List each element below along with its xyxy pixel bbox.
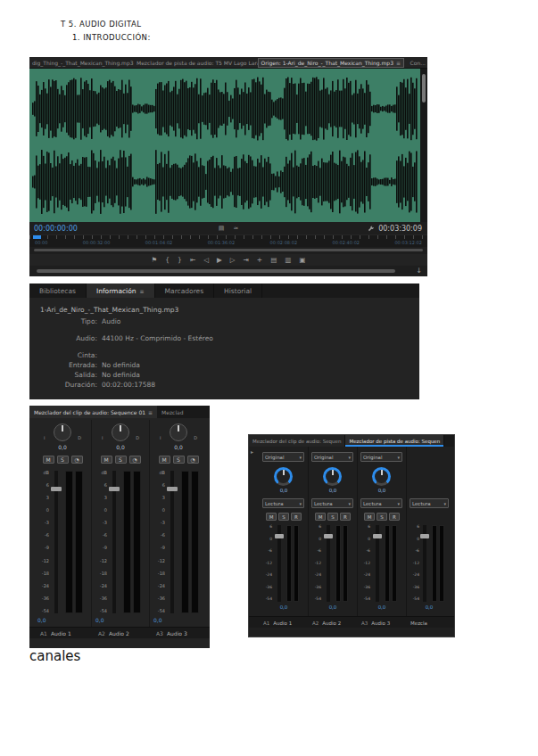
- timeline-ruler[interactable]: 00:0000:00:32:0000:01:04:0200:01:36:0200…: [29, 234, 427, 247]
- record-button[interactable]: R: [340, 513, 351, 521]
- fader-handle[interactable]: [324, 534, 333, 538]
- panel-menu-icon[interactable]: ≡: [396, 60, 401, 66]
- chevron-down-icon: ▾: [299, 455, 302, 460]
- transport-icon[interactable]: ◁: [203, 256, 209, 264]
- ruler-label: 00:02:08:02: [270, 240, 298, 245]
- tab-clip-mixer[interactable]: Mezclador del clip de audio: Sequen: [249, 435, 345, 447]
- transport-icon[interactable]: {: [165, 256, 170, 264]
- track-name: Audio 2: [322, 620, 341, 626]
- db-scale-label: 6: [417, 525, 419, 530]
- volume-fader[interactable]: [376, 525, 379, 602]
- keyframe-button[interactable]: ◔: [71, 456, 83, 464]
- pan-knob[interactable]: [170, 423, 187, 441]
- transport-icon[interactable]: ⇤: [190, 256, 195, 264]
- fader-handle[interactable]: [373, 534, 382, 538]
- fader-handle[interactable]: [167, 487, 178, 491]
- pan-knob[interactable]: [112, 423, 129, 441]
- pan-knob[interactable]: [372, 467, 391, 486]
- solo-button[interactable]: S: [115, 456, 127, 464]
- solo-button[interactable]: S: [173, 456, 185, 464]
- mute-button[interactable]: M: [159, 456, 170, 464]
- export-icon[interactable]: ↓: [416, 267, 422, 275]
- keyframe-button[interactable]: ◔: [129, 456, 141, 464]
- automation-mode-dropdown[interactable]: Lectura▾: [410, 498, 449, 508]
- mute-button[interactable]: M: [43, 456, 54, 464]
- fader-handle[interactable]: [51, 487, 62, 491]
- mute-button[interactable]: M: [364, 513, 375, 521]
- expand-effects-icon[interactable]: ▸: [251, 448, 253, 455]
- track-label[interactable]: A2Audio 2: [309, 617, 357, 629]
- tab-audio-track-mixer[interactable]: Mezclador de pista de audio: T5 MV Lago …: [137, 60, 273, 66]
- track-label[interactable]: A3Audio 3: [151, 628, 206, 639]
- solo-button[interactable]: S: [377, 513, 387, 521]
- transport-icon[interactable]: }: [178, 256, 182, 264]
- automation-mode-dropdown[interactable]: Lectura▾: [360, 498, 402, 508]
- tab-bibliotecas[interactable]: Bibliotecas: [29, 284, 87, 298]
- effects-preset-dropdown[interactable]: Original▾: [360, 452, 402, 462]
- solo-button[interactable]: S: [57, 456, 69, 464]
- panel-menu-icon[interactable]: ≡: [148, 409, 153, 415]
- pan-knob[interactable]: [323, 467, 342, 486]
- mute-button[interactable]: M: [101, 456, 112, 464]
- waveform-display[interactable]: [29, 69, 420, 222]
- volume-fader[interactable]: [54, 471, 58, 613]
- transport-icon[interactable]: ▤: [270, 256, 277, 264]
- tab-track-mixer[interactable]: Mezclador de pista de audio: Sequen: [345, 435, 444, 447]
- automation-mode-dropdown[interactable]: Lectura▾: [311, 498, 353, 508]
- track-label[interactable]: A3Audio 3: [358, 617, 406, 629]
- volume-fader[interactable]: [170, 471, 174, 613]
- transport-icon[interactable]: ⚑: [152, 256, 158, 264]
- master-volume-fader[interactable]: [423, 525, 426, 602]
- transport-icon[interactable]: ▣: [299, 256, 305, 264]
- track-label[interactable]: A1Audio 1: [35, 628, 90, 639]
- fader-handle[interactable]: [420, 534, 429, 538]
- automation-mode-dropdown[interactable]: Lectura▾: [262, 498, 304, 508]
- transport-icon[interactable]: ⇥: [244, 256, 249, 264]
- horizontal-scrollbar[interactable]: [37, 269, 395, 273]
- db-scale-label: -24: [42, 584, 49, 588]
- track-label[interactable]: A2Audio 2: [93, 628, 148, 639]
- transport-icon[interactable]: ▥: [285, 256, 291, 264]
- panel-menu-icon[interactable]: ≡: [140, 288, 145, 294]
- solo-button[interactable]: S: [278, 513, 289, 521]
- track-label[interactable]: A1Audio 1: [260, 617, 308, 629]
- monitor-mode-icon[interactable]: ▤: [219, 225, 225, 232]
- volume-fader[interactable]: [112, 471, 116, 613]
- volume-fader[interactable]: [277, 525, 281, 602]
- db-scale-label: -24: [413, 573, 419, 578]
- mute-button[interactable]: M: [315, 513, 326, 521]
- zoom-scrollbar-handle[interactable]: [34, 249, 423, 251]
- track-label[interactable]: Mezcla: [407, 617, 451, 629]
- record-button[interactable]: R: [389, 513, 400, 521]
- tab-more[interactable]: Con...: [410, 60, 426, 66]
- effects-preset-dropdown[interactable]: Original▾: [311, 452, 353, 462]
- tab-clip-mixer[interactable]: Mezclador del clip de audio: Sequence 01…: [29, 406, 157, 418]
- fader-handle[interactable]: [109, 487, 120, 491]
- vertical-scrollbar[interactable]: [420, 69, 427, 222]
- zoom-scrollbar[interactable]: [34, 248, 423, 253]
- vertical-scrollbar-thumb[interactable]: [422, 74, 426, 103]
- tab-marcadores[interactable]: Marcadores: [155, 284, 215, 298]
- monitor-mode-icon[interactable]: ≈: [233, 225, 238, 232]
- tab-track-mixer-truncated[interactable]: Mezclad: [157, 406, 187, 418]
- settings-wrench-icon[interactable]: [368, 226, 375, 233]
- record-button[interactable]: R: [291, 513, 302, 521]
- transport-icon[interactable]: +: [257, 256, 262, 264]
- volume-fader[interactable]: [327, 525, 330, 602]
- fader-handle[interactable]: [275, 534, 284, 538]
- pan-knob[interactable]: [274, 467, 293, 486]
- db-scale-label: -18: [100, 571, 107, 576]
- tab-informacion[interactable]: Información ≡: [87, 284, 155, 298]
- chevron-down-icon: ▾: [299, 501, 302, 506]
- mute-button[interactable]: M: [266, 513, 277, 521]
- tab-clip[interactable]: dig_Thing_-_That_Mexican_Thing.mp3: [32, 60, 134, 66]
- keyframe-button[interactable]: ◔: [187, 456, 199, 464]
- transport-icon[interactable]: ▷: [230, 256, 236, 264]
- solo-button[interactable]: S: [327, 513, 338, 521]
- tab-historial[interactable]: Historial: [214, 284, 262, 298]
- pan-knob[interactable]: [54, 423, 71, 441]
- effects-preset-dropdown[interactable]: Original▾: [262, 452, 304, 462]
- playhead-marker[interactable]: [33, 235, 41, 239]
- transport-icon[interactable]: ▶: [217, 256, 222, 264]
- tab-source-active[interactable]: Origen: 1-Ari_de_Niro_-_That_Mexican_Thi…: [258, 58, 404, 68]
